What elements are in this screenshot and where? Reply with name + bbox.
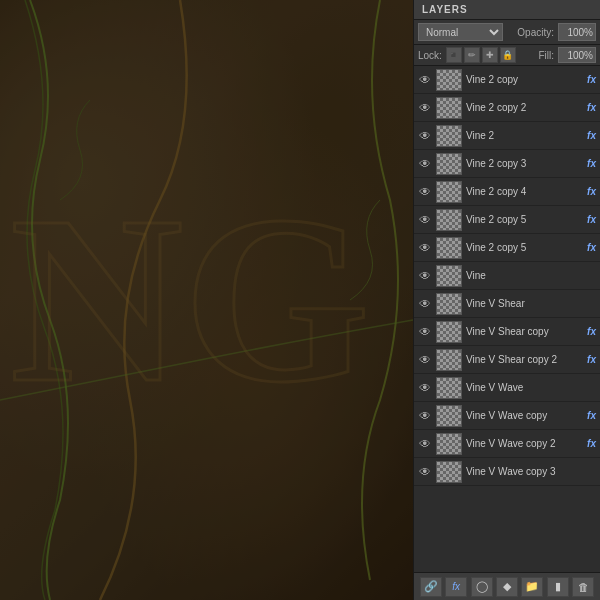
layer-name-text: Vine V Wave copy 3 — [464, 466, 598, 477]
layer-name-text: Vine 2 copy 2 — [464, 102, 587, 113]
layer-visibility-icon[interactable]: 👁 — [416, 379, 434, 397]
layer-visibility-icon[interactable]: 👁 — [416, 295, 434, 313]
layer-thumbnail — [436, 181, 462, 203]
lock-row: Lock: ◾ ✏ ✚ 🔒 Fill: — [414, 45, 600, 66]
layer-name-text: Vine V Wave copy 2 — [464, 438, 587, 449]
fx-badge: fx — [587, 158, 598, 169]
delete-layer-button[interactable]: 🗑 — [572, 577, 594, 597]
layer-thumbnail — [436, 97, 462, 119]
fx-badge: fx — [587, 186, 598, 197]
fx-badge: fx — [587, 214, 598, 225]
group-button[interactable]: 📁 — [521, 577, 543, 597]
layer-name-text: Vine 2 — [464, 130, 587, 141]
layer-name-text: Vine V Shear copy — [464, 326, 587, 337]
svg-rect-3 — [0, 0, 413, 600]
layer-name-text: Vine 2 copy 5 — [464, 242, 587, 253]
mask-button[interactable]: ◯ — [471, 577, 493, 597]
layer-name-text: Vine V Shear copy 2 — [464, 354, 587, 365]
layer-name-text: Vine 2 copy 4 — [464, 186, 587, 197]
lock-all-btn[interactable]: 🔒 — [500, 47, 516, 63]
layers-list: 👁Vine 2 copyfx👁Vine 2 copy 2fx👁Vine 2fx👁… — [414, 66, 600, 572]
fx-badge: fx — [587, 438, 598, 449]
layer-visibility-icon[interactable]: 👁 — [416, 239, 434, 257]
canvas-decorations: NG — [0, 0, 413, 600]
fx-badge: fx — [587, 410, 598, 421]
layer-visibility-icon[interactable]: 👁 — [416, 407, 434, 425]
layer-row[interactable]: 👁Vine 2 copy 4fx — [414, 178, 600, 206]
layer-visibility-icon[interactable]: 👁 — [416, 267, 434, 285]
layer-thumbnail — [436, 293, 462, 315]
layer-visibility-icon[interactable]: 👁 — [416, 211, 434, 229]
blend-mode-select[interactable]: Normal Multiply Screen Overlay — [418, 23, 503, 41]
layer-visibility-icon[interactable]: 👁 — [416, 99, 434, 117]
layer-name-text: Vine 2 copy 5 — [464, 214, 587, 225]
panel-title: LAYERS — [414, 0, 600, 20]
link-layers-button[interactable]: 🔗 — [420, 577, 442, 597]
layer-row[interactable]: 👁Vine 2 copy 5fx — [414, 234, 600, 262]
layer-thumbnail — [436, 125, 462, 147]
layers-toolbar: 🔗 fx ◯ ◆ 📁 ▮ 🗑 — [414, 572, 600, 600]
layer-thumbnail — [436, 69, 462, 91]
blend-mode-row: Normal Multiply Screen Overlay Opacity: — [414, 20, 600, 45]
layer-name-text: Vine V Wave copy — [464, 410, 587, 421]
opacity-input[interactable] — [558, 23, 596, 41]
layer-row[interactable]: 👁Vine V Wave copy 3 — [414, 458, 600, 486]
fx-badge: fx — [587, 102, 598, 113]
layer-row[interactable]: 👁Vine V Shear — [414, 290, 600, 318]
layer-row[interactable]: 👁Vine V Shear copyfx — [414, 318, 600, 346]
fx-badge: fx — [587, 130, 598, 141]
fill-input[interactable] — [558, 47, 596, 63]
layer-thumbnail — [436, 405, 462, 427]
layer-thumbnail — [436, 433, 462, 455]
layer-row[interactable]: 👁Vine V Wave — [414, 374, 600, 402]
layer-thumbnail — [436, 377, 462, 399]
new-layer-button[interactable]: ▮ — [547, 577, 569, 597]
layer-row[interactable]: 👁Vine V Wave copy 2fx — [414, 430, 600, 458]
fx-badge: fx — [587, 354, 598, 365]
layer-thumbnail — [436, 321, 462, 343]
lock-icons: ◾ ✏ ✚ 🔒 — [446, 47, 516, 63]
layer-thumbnail — [436, 461, 462, 483]
layer-visibility-icon[interactable]: 👁 — [416, 435, 434, 453]
opacity-label: Opacity: — [517, 27, 554, 38]
layer-row[interactable]: 👁Vine V Shear copy 2fx — [414, 346, 600, 374]
layer-thumbnail — [436, 153, 462, 175]
lock-label: Lock: — [418, 50, 442, 61]
panel-title-text: LAYERS — [422, 4, 468, 15]
layer-visibility-icon[interactable]: 👁 — [416, 155, 434, 173]
layer-visibility-icon[interactable]: 👁 — [416, 463, 434, 481]
layer-name-text: Vine V Shear — [464, 298, 598, 309]
fx-badge: fx — [587, 74, 598, 85]
layer-row[interactable]: 👁Vine 2 copyfx — [414, 66, 600, 94]
layer-row[interactable]: 👁Vine — [414, 262, 600, 290]
fill-label: Fill: — [538, 50, 554, 61]
lock-pixels-btn[interactable]: ✏ — [464, 47, 480, 63]
layer-row[interactable]: 👁Vine 2fx — [414, 122, 600, 150]
layer-thumbnail — [436, 237, 462, 259]
adjustment-button[interactable]: ◆ — [496, 577, 518, 597]
lock-transparency-btn[interactable]: ◾ — [446, 47, 462, 63]
layer-row[interactable]: 👁Vine 2 copy 3fx — [414, 150, 600, 178]
layer-fx-button[interactable]: fx — [445, 577, 467, 597]
layer-visibility-icon[interactable]: 👁 — [416, 127, 434, 145]
layer-row[interactable]: 👁Vine V Wave copyfx — [414, 402, 600, 430]
canvas-background: NG — [0, 0, 413, 600]
layer-thumbnail — [436, 349, 462, 371]
layer-visibility-icon[interactable]: 👁 — [416, 71, 434, 89]
layers-panel: LAYERS Normal Multiply Screen Overlay Op… — [413, 0, 600, 600]
layer-visibility-icon[interactable]: 👁 — [416, 183, 434, 201]
layer-row[interactable]: 👁Vine 2 copy 2fx — [414, 94, 600, 122]
fx-badge: fx — [587, 326, 598, 337]
layer-row[interactable]: 👁Vine 2 copy 5fx — [414, 206, 600, 234]
lock-position-btn[interactable]: ✚ — [482, 47, 498, 63]
layer-thumbnail — [436, 265, 462, 287]
layer-name-text: Vine — [464, 270, 598, 281]
fx-badge: fx — [587, 242, 598, 253]
layer-visibility-icon[interactable]: 👁 — [416, 323, 434, 341]
layer-name-text: Vine 2 copy — [464, 74, 587, 85]
layer-name-text: Vine 2 copy 3 — [464, 158, 587, 169]
layer-visibility-icon[interactable]: 👁 — [416, 351, 434, 369]
layer-name-text: Vine V Wave — [464, 382, 598, 393]
layer-thumbnail — [436, 209, 462, 231]
canvas-area: NG — [0, 0, 413, 600]
